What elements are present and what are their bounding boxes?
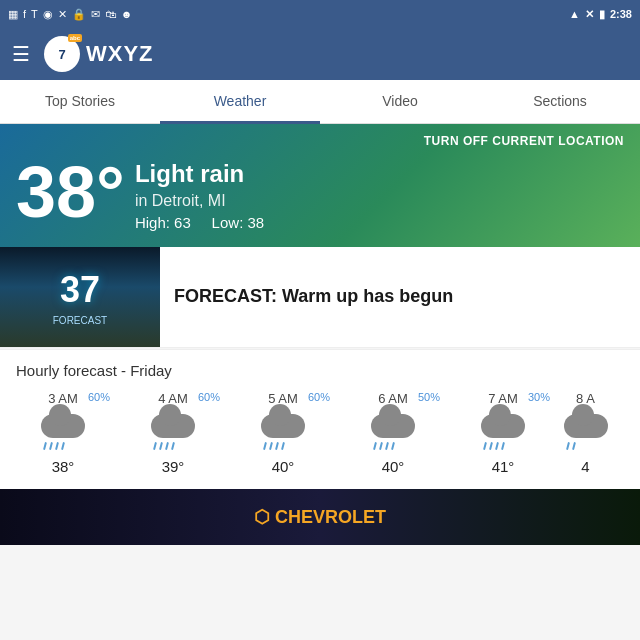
weather-location: in Detroit, MI bbox=[135, 192, 264, 210]
nav-tabs: Top Stories Weather Video Sections bbox=[0, 80, 640, 124]
signal-icon: ✕ bbox=[585, 8, 594, 21]
bag-icon: 🛍 bbox=[105, 8, 116, 20]
weather-high: High: 63 bbox=[135, 214, 191, 231]
ad-inner: ⬡ CHEVROLET bbox=[0, 489, 640, 545]
weather-main: 38° Light rain in Detroit, MI High: 63 L… bbox=[16, 156, 624, 231]
bottom-ad: ⬡ CHEVROLET bbox=[0, 489, 640, 545]
rain-icon-6am bbox=[368, 414, 418, 450]
time-display: 2:38 bbox=[610, 8, 632, 20]
thumb-label: FORECAST bbox=[53, 315, 107, 326]
status-icons-left: ▦ f T ◉ ✕ 🔒 ✉ 🛍 ☻ bbox=[8, 8, 132, 21]
rain-icon-3am bbox=[38, 414, 88, 450]
temp-7am: 41° bbox=[492, 458, 515, 475]
sim-icon: ▦ bbox=[8, 8, 18, 21]
forecast-text-area: FORECAST: Warm up has begun bbox=[160, 247, 467, 347]
status-bar: ▦ f T ◉ ✕ 🔒 ✉ 🛍 ☻ ▲ ✕ ▮ 2:38 bbox=[0, 0, 640, 28]
hourly-title: Hourly forecast - Friday bbox=[0, 362, 640, 387]
status-icons-right: ▲ ✕ ▮ 2:38 bbox=[569, 8, 632, 21]
hourly-section: Hourly forecast - Friday 3 AM 60% 38° 4 … bbox=[0, 349, 640, 489]
hour-item-7am: 7 AM 30% 41° bbox=[448, 387, 558, 485]
brand-name: WXYZ bbox=[86, 41, 154, 67]
tab-weather[interactable]: Weather bbox=[160, 81, 320, 124]
weather-condition: Light rain bbox=[135, 160, 264, 188]
rain-icon-5am bbox=[258, 414, 308, 450]
thumb-inner: 37 FORECAST bbox=[0, 247, 160, 347]
temperature-display: 38° bbox=[16, 156, 125, 228]
precip-4am: 60% bbox=[198, 391, 220, 403]
hourly-scroll: 3 AM 60% 38° 4 AM 60% bbox=[0, 387, 640, 485]
hour-item-8am: 8 A 4 bbox=[558, 387, 613, 485]
hamburger-menu[interactable]: ☰ bbox=[12, 42, 30, 66]
wifi-icon: ▲ bbox=[569, 8, 580, 20]
forecast-article[interactable]: 37 FORECAST FORECAST: Warm up has begun bbox=[0, 247, 640, 348]
tab-top-stories[interactable]: Top Stories bbox=[0, 81, 160, 124]
precip-6am: 50% bbox=[418, 391, 440, 403]
thumb-number: 37 bbox=[60, 269, 100, 311]
android-icon: ☻ bbox=[121, 8, 133, 20]
hour-item-5am: 5 AM 60% 40° bbox=[228, 387, 338, 485]
forecast-thumbnail: 37 FORECAST bbox=[0, 247, 160, 347]
turn-off-location-button[interactable]: TURN OFF CURRENT LOCATION bbox=[16, 134, 624, 148]
temp-6am: 40° bbox=[382, 458, 405, 475]
logo-container: 7 abc WXYZ bbox=[44, 36, 154, 72]
wifi-x-icon: ✕ bbox=[58, 8, 67, 21]
chevron-logo: ⬡ CHEVROLET bbox=[254, 506, 386, 528]
app-header: ☰ 7 abc WXYZ bbox=[0, 28, 640, 80]
precip-5am: 60% bbox=[308, 391, 330, 403]
temp-5am: 40° bbox=[272, 458, 295, 475]
temp-8am: 4 bbox=[581, 458, 589, 475]
lock-icon: 🔒 bbox=[72, 8, 86, 21]
battery-icon: ▮ bbox=[599, 8, 605, 21]
rain-icon-8am bbox=[561, 414, 611, 450]
hour-item-6am: 6 AM 50% 40° bbox=[338, 387, 448, 485]
hour-item-3am: 3 AM 60% 38° bbox=[8, 387, 118, 485]
t-icon: T bbox=[31, 8, 38, 20]
precip-3am: 60% bbox=[88, 391, 110, 403]
tab-sections[interactable]: Sections bbox=[480, 81, 640, 124]
forecast-headline: FORECAST: Warm up has begun bbox=[174, 285, 453, 308]
precip-7am: 30% bbox=[528, 391, 550, 403]
circle-icon: ◉ bbox=[43, 8, 53, 21]
mail-icon: ✉ bbox=[91, 8, 100, 21]
rain-icon-7am bbox=[478, 414, 528, 450]
weather-low: Low: 38 bbox=[212, 214, 265, 231]
abc-badge: abc bbox=[68, 34, 82, 42]
temp-4am: 39° bbox=[162, 458, 185, 475]
logo-number: 7 bbox=[58, 47, 65, 62]
weather-high-low: High: 63 Low: 38 bbox=[135, 214, 264, 231]
hour-item-4am: 4 AM 60% 39° bbox=[118, 387, 228, 485]
rain-icon-4am bbox=[148, 414, 198, 450]
temp-3am: 38° bbox=[52, 458, 75, 475]
weather-details: Light rain in Detroit, MI High: 63 Low: … bbox=[135, 156, 264, 231]
facebook-icon: f bbox=[23, 8, 26, 20]
tab-video[interactable]: Video bbox=[320, 81, 480, 124]
logo-circle: 7 abc bbox=[44, 36, 80, 72]
weather-banner: TURN OFF CURRENT LOCATION 38° Light rain… bbox=[0, 124, 640, 247]
